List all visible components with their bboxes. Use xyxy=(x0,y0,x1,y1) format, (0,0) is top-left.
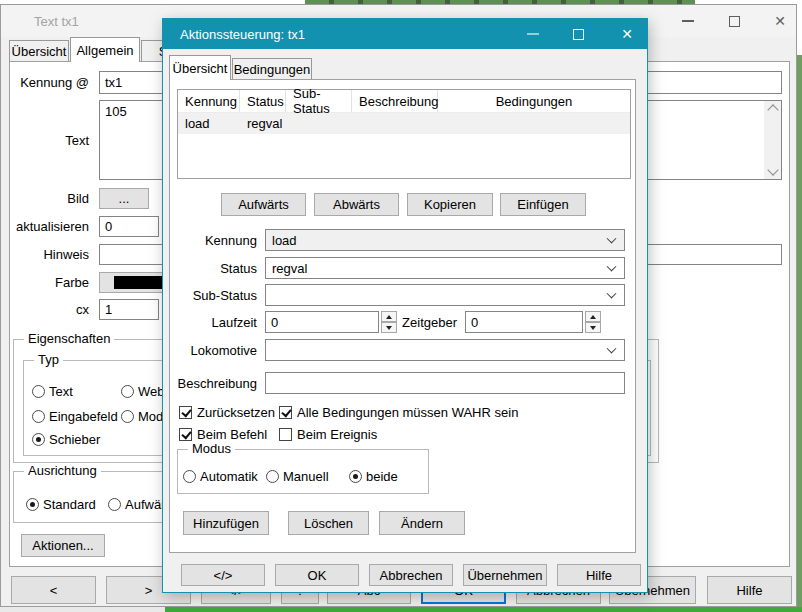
combo-value: load xyxy=(272,233,297,248)
radio-typ-text-label[interactable]: Text xyxy=(49,384,109,399)
radio-typ-text[interactable] xyxy=(32,385,45,398)
radio-ausrichtung-standard-label[interactable]: Standard xyxy=(43,497,107,512)
dialog-minimize-button[interactable] xyxy=(519,19,547,49)
chevron-down-icon[interactable] xyxy=(607,234,617,244)
dlg-xml-button[interactable]: </> xyxy=(181,564,265,586)
dlg-lokomotive-combo[interactable] xyxy=(265,339,625,361)
scroll-up-icon[interactable] xyxy=(767,104,778,115)
spinner-up-button[interactable] xyxy=(585,311,601,322)
dlg-ok-button[interactable]: OK xyxy=(275,564,359,586)
typ-caption: Typ xyxy=(34,352,63,367)
scroll-down-icon[interactable] xyxy=(767,164,778,175)
radio-typ-schieber[interactable] xyxy=(32,433,45,446)
radio-automatik-label[interactable]: Automatik xyxy=(200,469,264,484)
actions-table[interactable]: Kennung Status Sub-Status Beschreibung B… xyxy=(177,89,631,179)
table-header[interactable]: Kennung Status Sub-Status Beschreibung B… xyxy=(178,90,630,113)
cx-input[interactable]: 1 xyxy=(99,299,159,320)
col-beschreibung[interactable]: Beschreibung xyxy=(352,90,438,112)
kennung-value: tx1 xyxy=(105,75,122,90)
dlg-beschreibung-input[interactable] xyxy=(265,372,625,394)
cell-status: regval xyxy=(240,113,286,134)
chevron-down-icon[interactable] xyxy=(607,262,617,272)
btn-label: </> xyxy=(214,568,233,583)
radio-beide[interactable] xyxy=(349,470,362,483)
table-row[interactable]: load regval xyxy=(178,113,630,134)
dialog-close-button[interactable]: ✕ xyxy=(611,19,643,49)
col-kennung[interactable]: Kennung xyxy=(178,90,240,112)
aufwaerts-button[interactable]: Aufwärts xyxy=(221,193,306,216)
chevron-down-icon[interactable] xyxy=(607,289,617,299)
dialog-tab-bedingungen[interactable]: Bedingungen xyxy=(232,58,312,79)
bild-browse-button[interactable]: ... xyxy=(99,188,149,209)
hinzufuegen-button[interactable]: Hinzufügen xyxy=(183,511,269,535)
col-substatus[interactable]: Sub-Status xyxy=(286,90,352,112)
dlg-hilfe-button[interactable]: Hilfe xyxy=(557,564,641,586)
cell-bedingungen xyxy=(438,113,630,134)
dlg-status-combo[interactable]: regval xyxy=(265,257,625,279)
minimize-icon xyxy=(682,20,694,22)
btn-label: Hilfe xyxy=(586,568,612,583)
dialog-titlebar[interactable]: Aktionssteuerung: tx1 ✕ xyxy=(163,19,647,49)
aktionen-button[interactable]: Aktionen... xyxy=(21,534,105,557)
radio-manuell[interactable] xyxy=(266,470,279,483)
dlg-zeitgeber-spinner[interactable] xyxy=(585,311,601,333)
radio-manuell-label[interactable]: Manuell xyxy=(283,469,339,484)
loeschen-button[interactable]: Löschen xyxy=(288,511,369,535)
col-status[interactable]: Status xyxy=(240,90,286,112)
background-bottom-left xyxy=(0,607,165,612)
dialog-tab-uebersicht[interactable]: Übersicht xyxy=(169,55,231,80)
main-close-button[interactable]: ✕ xyxy=(765,5,795,37)
main-minimize-button[interactable] xyxy=(673,5,703,37)
radio-typ-eingabefeld[interactable] xyxy=(32,410,45,423)
btn-label: > xyxy=(145,583,153,598)
beim-befehl-label[interactable]: Beim Befehl xyxy=(197,427,287,442)
prev-button[interactable]: < xyxy=(11,576,96,604)
radio-typ-eingabefeld-label[interactable]: Eingabefeld xyxy=(49,409,129,424)
main-maximize-button[interactable] xyxy=(719,5,749,37)
dialog-title: Aktionssteuerung: tx1 xyxy=(180,19,305,49)
radio-ausrichtung-aufwaerts[interactable] xyxy=(108,498,121,511)
alle-bedingungen-label[interactable]: Alle Bedingungen müssen WAHR sein xyxy=(297,405,527,420)
dlg-zeitgeber-label: Zeitgeber xyxy=(393,311,457,333)
spinner-down-icon xyxy=(590,326,596,330)
eigenschaften-caption: Eigenschaften xyxy=(24,331,114,346)
alle-bedingungen-checkbox[interactable] xyxy=(279,406,292,419)
radio-ausrichtung-standard[interactable] xyxy=(26,498,39,511)
maximize-icon xyxy=(573,29,584,40)
dlg-substatus-combo[interactable] xyxy=(265,284,625,306)
btn-label: Abbrechen xyxy=(380,568,443,583)
radio-typ-schieber-label[interactable]: Schieber xyxy=(49,432,129,447)
abwaerts-button[interactable]: Abwärts xyxy=(314,193,399,216)
main-hilfe-button[interactable]: Hilfe xyxy=(707,576,792,604)
radio-automatik[interactable] xyxy=(183,470,196,483)
dlg-abbrechen-button[interactable]: Abbrechen xyxy=(369,564,453,586)
aendern-button[interactable]: Ändern xyxy=(379,511,465,535)
beim-befehl-checkbox[interactable] xyxy=(179,428,192,441)
beim-ereignis-label[interactable]: Beim Ereignis xyxy=(297,427,397,442)
main-tab-allgemein[interactable]: Allgemein xyxy=(70,37,140,62)
btn-label: Übernehmen xyxy=(467,568,542,583)
beim-ereignis-checkbox[interactable] xyxy=(279,428,292,441)
dlg-laufzeit-input[interactable]: 0 xyxy=(265,311,379,333)
main-tab-uebersicht[interactable]: Übersicht xyxy=(9,40,69,61)
radio-beide-label[interactable]: beide xyxy=(366,469,416,484)
field-value: 0 xyxy=(271,315,278,330)
radio-typ-web[interactable] xyxy=(121,385,134,398)
radio-typ-mod[interactable] xyxy=(121,410,134,423)
chevron-down-icon[interactable] xyxy=(607,344,617,354)
dlg-uebernehmen-button[interactable]: Übernehmen xyxy=(463,564,547,586)
dlg-kennung-combo[interactable]: load xyxy=(265,229,625,251)
btn-label: Löschen xyxy=(304,516,353,531)
col-bedingungen[interactable]: Bedingungen xyxy=(438,90,630,112)
kopieren-button[interactable]: Kopieren xyxy=(407,193,493,216)
btn-label: Abwärts xyxy=(333,197,380,212)
dlg-zeitgeber-input[interactable]: 0 xyxy=(465,311,583,333)
einfuegen-button[interactable]: Einfügen xyxy=(500,193,586,216)
aktualisieren-input[interactable]: 0 xyxy=(99,216,159,237)
text-scrollbar[interactable] xyxy=(764,101,781,179)
zuruecksetzen-label[interactable]: Zurücksetzen xyxy=(197,405,287,420)
spinner-down-button[interactable] xyxy=(585,322,601,333)
dialog-maximize-button[interactable] xyxy=(564,19,592,49)
zuruecksetzen-checkbox[interactable] xyxy=(179,406,192,419)
cell-kennung: load xyxy=(178,113,240,134)
